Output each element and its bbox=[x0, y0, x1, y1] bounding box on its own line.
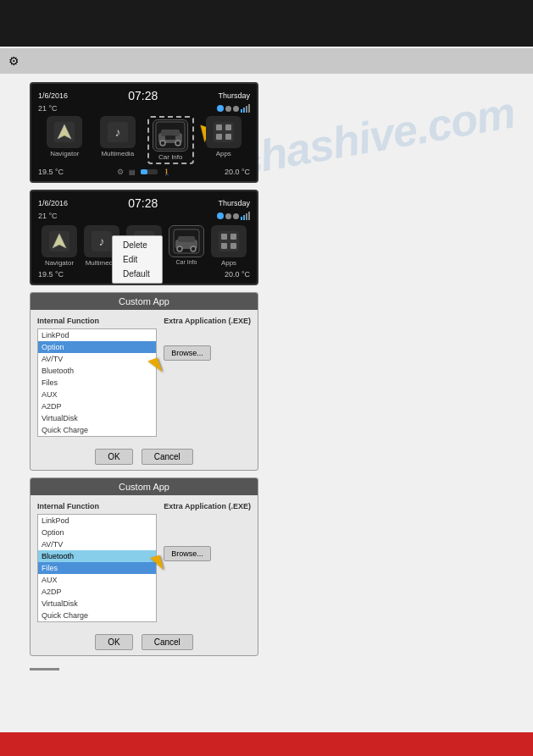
dialog2-item-linkpod[interactable]: LinkPod bbox=[38, 515, 156, 527]
dialog1-ok-btn[interactable]: OK bbox=[95, 449, 132, 465]
dialog1-item-bluetooth[interactable]: Bluetooth bbox=[38, 365, 156, 377]
screen1-bottom-icons: ⚙ ▤ 🚶 bbox=[117, 168, 171, 176]
dialog2-item-quickcharge[interactable]: Quick Charge bbox=[38, 610, 156, 621]
bottom-red-bar bbox=[0, 732, 533, 756]
screen2-app-apps[interactable]: Apps bbox=[208, 225, 250, 267]
context-menu: Delete Edit Default bbox=[112, 235, 163, 284]
dialog1-item-avtv[interactable]: AV/TV bbox=[38, 353, 156, 365]
top-header bbox=[0, 0, 533, 47]
svg-rect-14 bbox=[225, 134, 231, 140]
screen2-temp-bottom-right: 20.0 °C bbox=[225, 270, 250, 279]
dialog1-item-option[interactable]: Option bbox=[38, 341, 156, 353]
settings-bar: ⚙ bbox=[0, 48, 533, 74]
dialog2-right-panel: Extra Application (.EXE) Browse... bbox=[164, 502, 251, 622]
svg-text:♪: ♪ bbox=[99, 235, 105, 248]
screen1-carinfo-icon-box bbox=[153, 119, 188, 152]
dialog2-title-bar: Custom App bbox=[31, 478, 258, 495]
svg-rect-9 bbox=[165, 135, 175, 140]
gear-icon: ⚙ bbox=[8, 54, 19, 68]
screen1-multimedia-label: Multimedia bbox=[101, 150, 134, 157]
dialog2-item-avtv[interactable]: AV/TV bbox=[38, 538, 156, 550]
svg-rect-16 bbox=[141, 169, 147, 174]
screen1-app-navigator[interactable]: Navigator bbox=[42, 116, 88, 164]
screen1-app-carinfo[interactable]: Car Info bbox=[147, 116, 194, 164]
dialog1-col-left: Internal Function bbox=[37, 317, 157, 325]
progress-bar-icon bbox=[141, 168, 158, 176]
dialog1-item-aux[interactable]: AUX bbox=[38, 389, 156, 400]
dialog2-item-aux[interactable]: AUX bbox=[38, 574, 156, 586]
svg-rect-12 bbox=[225, 124, 231, 130]
screen2-temp-top: 21 °C bbox=[38, 212, 58, 220]
screen1-app-apps[interactable]: Apps bbox=[200, 116, 247, 164]
dialog1-list: LinkPod Option AV/TV Bluetooth Files AUX… bbox=[37, 328, 157, 437]
screen1-navigator-icon-box bbox=[47, 116, 82, 148]
dialog1-body: Internal Function LinkPod Option AV/TV B… bbox=[31, 310, 258, 444]
screen1-temp-bottom-left: 19.5 °C bbox=[38, 168, 64, 176]
dialog2-item-option[interactable]: Option bbox=[38, 527, 156, 538]
screen2-carinfo-icon-box bbox=[169, 225, 204, 257]
dialog1-item-files[interactable]: Files bbox=[38, 377, 156, 389]
multimedia-icon: ♪ bbox=[106, 120, 130, 144]
screen1-multimedia-icon-box: ♪ bbox=[100, 116, 136, 148]
screen1-app-multimedia[interactable]: ♪ Multimedia bbox=[94, 116, 141, 164]
svg-rect-30 bbox=[230, 234, 236, 240]
screen1-info-icons bbox=[217, 104, 250, 113]
dialog1-col-right: Extra Application (.EXE) bbox=[164, 317, 251, 325]
screen2-app-carinfo[interactable]: Car Info bbox=[165, 225, 208, 267]
context-menu-default[interactable]: Default bbox=[113, 267, 162, 281]
dialog1-item-a2dp[interactable]: A2DP bbox=[38, 400, 156, 412]
screen2-apps-label: Apps bbox=[221, 259, 236, 267]
dialog2-item-virtualdisk[interactable]: VirtualDisk bbox=[38, 598, 156, 610]
apps-icon bbox=[212, 120, 236, 144]
dialog1-browse-btn[interactable]: Browse... bbox=[164, 345, 211, 361]
car-icon bbox=[155, 121, 186, 150]
svg-point-7 bbox=[160, 141, 165, 146]
svg-point-8 bbox=[175, 141, 180, 146]
svg-rect-32 bbox=[230, 243, 236, 249]
dialog1-cancel-btn[interactable]: Cancel bbox=[142, 449, 193, 465]
dialog1-footer: OK Cancel bbox=[31, 444, 258, 470]
screen2-carinfo-label: Car Info bbox=[176, 259, 197, 265]
screen2-date-right: Thursday bbox=[218, 199, 250, 207]
screen2-time: 07:28 bbox=[68, 196, 218, 210]
screen1-temp-top-left: 21 °C bbox=[38, 104, 58, 113]
car-screen-2: 1/6/2016 07:28 Thursday 21 °C Delete Edi… bbox=[30, 190, 258, 285]
screen2-temp-bottom-left: 19.5 °C bbox=[38, 270, 64, 279]
dialog2-col-left: Internal Function bbox=[37, 502, 157, 510]
dialog2-browse-btn[interactable]: Browse... bbox=[164, 546, 211, 561]
dialog1-item-linkpod[interactable]: LinkPod bbox=[38, 329, 156, 341]
dialog1-item-virtualdisk[interactable]: VirtualDisk bbox=[38, 412, 156, 424]
svg-rect-29 bbox=[221, 234, 227, 240]
screen1-apps-icon-box bbox=[206, 116, 242, 148]
screen1-temp-bottom-right: 20.0 °C bbox=[225, 168, 250, 176]
screen1-carinfo-label: Car Info bbox=[158, 153, 182, 161]
svg-text:♪: ♪ bbox=[114, 125, 120, 139]
svg-rect-25 bbox=[178, 236, 195, 242]
screen2-navigator-icon-box bbox=[42, 225, 77, 257]
dialog2-left-panel: Internal Function LinkPod Option AV/TV B… bbox=[37, 502, 157, 622]
dialog2-item-bluetooth[interactable]: Bluetooth bbox=[38, 550, 156, 562]
dialog2-col-right: Extra Application (.EXE) bbox=[164, 502, 251, 510]
svg-rect-6 bbox=[161, 130, 180, 136]
screen2-top-bar: 1/6/2016 07:28 Thursday bbox=[35, 195, 253, 212]
context-menu-delete[interactable]: Delete bbox=[113, 238, 162, 252]
screen2-app-navigator[interactable]: Navigator bbox=[38, 225, 81, 267]
screen1-navigator-label: Navigator bbox=[50, 150, 79, 157]
dialog2-item-a2dp[interactable]: A2DP bbox=[38, 586, 156, 598]
dialog1-item-quickcharge[interactable]: Quick Charge bbox=[38, 424, 156, 436]
bottom-divider bbox=[30, 668, 59, 670]
svg-rect-11 bbox=[216, 124, 222, 130]
svg-point-26 bbox=[177, 246, 182, 251]
dialog2-list: LinkPod Option AV/TV Bluetooth Files AUX… bbox=[37, 514, 157, 622]
screen1-bottom-bar: 19.5 °C ⚙ ▤ 🚶 20.0 °C bbox=[35, 166, 253, 178]
dialog2-title: Custom App bbox=[119, 482, 169, 492]
screen2-date-left: 1/6/2016 bbox=[38, 199, 68, 207]
dialog2-ok-btn[interactable]: OK bbox=[95, 634, 132, 650]
context-menu-edit[interactable]: Edit bbox=[113, 252, 162, 267]
dialog2-cancel-btn[interactable]: Cancel bbox=[142, 634, 193, 650]
navigator-icon bbox=[53, 120, 76, 144]
dialog2-body: Internal Function LinkPod Option AV/TV B… bbox=[31, 495, 258, 629]
svg-rect-13 bbox=[216, 134, 222, 140]
screen1-date-left: 1/6/2016 bbox=[38, 91, 68, 100]
dialog2-item-files[interactable]: Files bbox=[38, 562, 156, 574]
